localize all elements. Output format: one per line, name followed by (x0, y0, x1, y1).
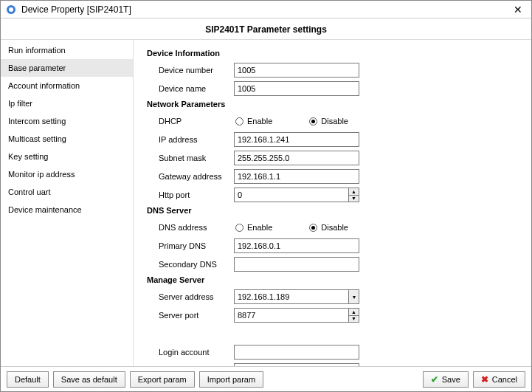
dns-address-label: DNS address (147, 223, 234, 232)
primary-dns-input[interactable] (234, 238, 359, 253)
sidebar-item-run-information[interactable]: Run information (1, 41, 133, 59)
sidebar-item-base-parameter[interactable]: Base parameter (1, 59, 133, 77)
section-manage-server: Manage Server (147, 275, 522, 284)
device-property-window: Device Property [SIP2401T] ✕ SIP2401T Pa… (0, 0, 532, 392)
dhcp-enable-radio[interactable]: Enable (235, 117, 272, 125)
server-port-up-button[interactable]: ▲ (348, 309, 359, 316)
section-dns-server: DNS Server (147, 206, 522, 215)
section-device-information: Device Information (147, 49, 522, 58)
save-button[interactable]: ✔Save (423, 371, 469, 388)
cancel-button-label: Cancel (492, 375, 517, 384)
titlebar: Device Property [SIP2401T] ✕ (1, 1, 531, 18)
dhcp-radio-group: Enable Disable (234, 117, 348, 125)
http-port-up-button[interactable]: ▲ (348, 188, 359, 196)
sidebar-item-ip-filter[interactable]: Ip filter (1, 94, 133, 112)
window-title: Device Property [SIP2401T] (21, 4, 509, 15)
save-as-default-button[interactable]: Save as default (53, 371, 125, 388)
http-port-input[interactable] (234, 188, 359, 202)
secondary-dns-label: Secondary DNS (147, 260, 234, 269)
sidebar-item-multicast-setting[interactable]: Multicast setting (1, 130, 133, 148)
server-address-label: Server address (147, 292, 234, 301)
server-address-dropdown-button[interactable]: ▾ (348, 290, 359, 303)
dhcp-disable-radio[interactable]: Disable (309, 117, 348, 125)
dhcp-label: DHCP (147, 117, 234, 125)
primary-dns-label: Primary DNS (147, 241, 234, 250)
footer: Default Save as default Export param Imp… (1, 366, 531, 391)
sidebar-item-monitor-ip-address[interactable]: Monitor ip address (1, 165, 133, 183)
dns-radio-group: Enable Disable (234, 223, 348, 232)
sidebar: Run information Base parameter Account i… (1, 40, 134, 366)
dns-enable-radio[interactable]: Enable (235, 223, 272, 232)
device-name-input[interactable] (234, 81, 359, 96)
default-button[interactable]: Default (7, 371, 49, 388)
check-icon: ✔ (431, 374, 438, 385)
server-address-input[interactable] (234, 289, 359, 304)
x-icon: ✖ (481, 374, 488, 385)
secondary-dns-input[interactable] (234, 257, 359, 272)
dns-enable-label: Enable (247, 223, 272, 232)
page-header: SIP2401T Parameter settings (1, 18, 531, 39)
main-panel: Device Information Device number Device … (134, 40, 531, 366)
svg-point-1 (9, 7, 13, 12)
sidebar-item-key-setting[interactable]: Key setting (1, 148, 133, 165)
close-icon[interactable]: ✕ (509, 4, 527, 16)
device-number-label: Device number (147, 66, 234, 75)
sidebar-item-intercom-setting[interactable]: Intercom setting (1, 112, 133, 130)
import-param-button[interactable]: Import param (199, 371, 263, 388)
sidebar-item-device-maintenance[interactable]: Device maintenance (1, 201, 133, 219)
server-port-label: Server port (147, 311, 234, 320)
device-number-input[interactable] (234, 63, 359, 78)
ip-address-input[interactable] (234, 132, 359, 147)
export-param-button[interactable]: Export param (130, 371, 195, 388)
subnet-mask-input[interactable] (234, 151, 359, 165)
dhcp-enable-label: Enable (247, 117, 272, 125)
server-port-input[interactable] (234, 308, 359, 323)
subnet-mask-label: Subnet mask (147, 154, 234, 162)
dns-disable-label: Disable (321, 223, 348, 232)
ip-address-label: IP address (147, 135, 234, 144)
sidebar-item-control-uart[interactable]: Control uart (1, 183, 133, 201)
dns-disable-radio[interactable]: Disable (309, 223, 348, 232)
device-name-label: Device name (147, 84, 234, 93)
app-icon (5, 4, 17, 16)
save-button-label: Save (442, 375, 460, 384)
login-account-input[interactable] (234, 345, 359, 360)
body: Run information Base parameter Account i… (1, 39, 531, 366)
login-account-label: Login account (147, 348, 234, 357)
cancel-button[interactable]: ✖Cancel (473, 371, 525, 388)
gateway-address-label: Gateway address (147, 172, 234, 181)
http-port-down-button[interactable]: ▼ (348, 196, 359, 202)
gateway-address-input[interactable] (234, 169, 359, 184)
http-port-label: Http port (147, 190, 234, 199)
section-network-parameters: Network Parameters (147, 100, 522, 109)
server-port-down-button[interactable]: ▼ (348, 316, 359, 323)
sidebar-item-account-information[interactable]: Account information (1, 77, 133, 94)
dhcp-disable-label: Disable (321, 117, 348, 125)
